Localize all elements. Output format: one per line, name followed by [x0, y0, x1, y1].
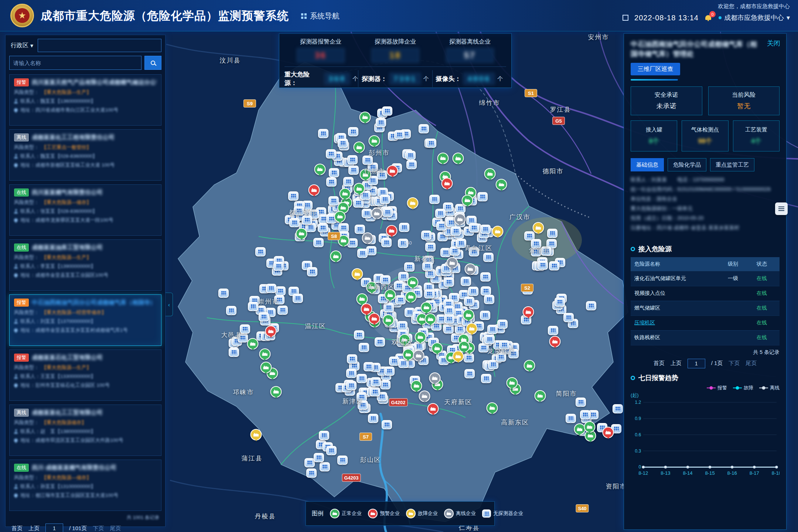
plant-3d-tour-button[interactable]: 三维厂区巡查 — [631, 63, 680, 75]
map-marker-no-detector[interactable] — [326, 177, 337, 187]
map-marker-alarm[interactable] — [549, 336, 561, 347]
map-marker-no-detector[interactable] — [425, 242, 436, 252]
search-input[interactable] — [9, 56, 141, 70]
map-marker-no-detector[interactable] — [326, 446, 337, 455]
map-marker-no-detector[interactable] — [338, 139, 348, 148]
trend-legend-item[interactable]: 离线 — [759, 385, 780, 391]
map-marker-no-detector[interactable] — [576, 398, 586, 407]
pagination-prev[interactable]: 上页 — [28, 525, 40, 532]
map-marker-no-detector[interactable] — [273, 262, 284, 271]
map-marker-offline[interactable] — [419, 391, 430, 402]
map-marker-no-detector[interactable] — [294, 206, 304, 215]
map-marker-no-detector[interactable] — [347, 354, 357, 364]
map-marker-normal[interactable] — [247, 338, 259, 349]
map-marker-no-detector[interactable] — [444, 277, 454, 287]
pagination-page-input[interactable] — [45, 524, 63, 532]
map-marker-no-detector[interactable] — [464, 369, 475, 378]
map-marker-no-detector[interactable] — [384, 366, 395, 376]
map-marker-fault[interactable] — [466, 323, 478, 334]
map-marker-no-detector[interactable] — [380, 380, 391, 389]
map-marker-no-detector[interactable] — [547, 229, 557, 238]
map-marker-no-detector[interactable] — [313, 238, 324, 247]
map-marker-alarm[interactable] — [386, 225, 398, 236]
map-marker-no-detector[interactable] — [362, 156, 373, 165]
map-marker-no-detector[interactable] — [480, 311, 490, 320]
map-marker-no-detector[interactable] — [357, 392, 367, 402]
map-marker-no-detector[interactable] — [480, 272, 491, 282]
map-marker-alarm[interactable] — [387, 165, 398, 177]
hazard-row[interactable]: 压缩机区在线 — [631, 316, 780, 330]
map-marker-normal[interactable] — [405, 291, 416, 303]
map-marker-normal[interactable] — [384, 289, 396, 301]
map-marker-normal[interactable] — [453, 153, 464, 164]
map-marker-no-detector[interactable] — [399, 223, 409, 232]
map-marker-no-detector[interactable] — [541, 246, 551, 256]
map-marker-no-detector[interactable] — [481, 374, 491, 383]
company-card[interactable]: 在线 四川·成都某某燃气有限责任公司 风险类型：【重大危险源—储存】 联系人：孙… — [9, 460, 161, 511]
company-card[interactable]: 报警 成都某某石化工贸有限公司 风险类型：【重大危险源—生产】 联系人：王某某【… — [9, 349, 161, 401]
map-marker-no-detector[interactable] — [318, 223, 328, 232]
map-marker-no-detector[interactable] — [469, 247, 479, 256]
map-marker-no-detector[interactable] — [451, 226, 461, 236]
map-marker-normal[interactable] — [354, 183, 365, 194]
map-marker-no-detector[interactable] — [255, 247, 266, 256]
map-marker-no-detector[interactable] — [389, 357, 399, 366]
map-marker-no-detector[interactable] — [348, 127, 358, 136]
map-marker-normal[interactable] — [415, 331, 426, 343]
map-marker-no-detector[interactable] — [368, 414, 378, 423]
map-marker-normal[interactable] — [366, 282, 378, 293]
map-marker-no-detector[interactable] — [566, 414, 576, 423]
map-marker-normal[interactable] — [270, 386, 282, 398]
map-marker-alarm[interactable] — [523, 306, 534, 318]
map-marker-no-detector[interactable] — [375, 337, 385, 347]
map-marker-no-detector[interactable] — [357, 374, 367, 383]
map-marker-no-detector[interactable] — [326, 149, 336, 158]
company-card[interactable]: 在线 四川某某燃气有限责任公司 风险类型：【重大危险源—储存】 联系人：张某某【… — [9, 184, 161, 236]
map-marker-alarm[interactable] — [265, 325, 277, 337]
map-marker-no-detector[interactable] — [382, 208, 393, 217]
map-marker-no-detector[interactable] — [380, 275, 391, 284]
map-marker-normal[interactable] — [360, 169, 371, 180]
map-marker-no-detector[interactable] — [481, 286, 491, 296]
map-marker-fault[interactable] — [492, 226, 504, 237]
map-marker-no-detector[interactable] — [464, 297, 474, 306]
map-marker-normal[interactable] — [496, 179, 507, 190]
map-marker-no-detector[interactable] — [229, 348, 239, 357]
map-marker-no-detector[interactable] — [484, 295, 494, 304]
map-marker-no-detector[interactable] — [424, 289, 434, 299]
map-marker-no-detector[interactable] — [376, 118, 386, 127]
map-marker-offline[interactable] — [464, 263, 476, 275]
map-marker-normal[interactable] — [369, 135, 380, 147]
map-marker-no-detector[interactable] — [469, 223, 479, 232]
map-marker-no-detector[interactable] — [346, 369, 357, 378]
map-marker-no-detector[interactable] — [405, 151, 416, 160]
map-marker-normal[interactable] — [407, 277, 419, 288]
sidebar-collapse-toggle[interactable]: ‹ — [166, 293, 173, 316]
map-marker-no-detector[interactable] — [362, 209, 372, 218]
map-marker-no-detector[interactable] — [398, 239, 408, 248]
map-marker-no-detector[interactable] — [499, 340, 509, 349]
trend-legend-item[interactable]: 故障 — [733, 385, 753, 391]
map-marker-no-detector[interactable] — [382, 106, 392, 116]
map-marker-no-detector[interactable] — [484, 335, 495, 344]
map-marker-normal[interactable] — [524, 360, 535, 371]
map-marker-normal[interactable] — [359, 112, 371, 123]
map-marker-normal[interactable] — [334, 211, 346, 222]
map-marker-no-detector[interactable] — [419, 124, 429, 133]
close-button[interactable]: 关闭 — [767, 39, 780, 48]
map-marker-normal[interactable] — [402, 349, 414, 360]
map-marker-no-detector[interactable] — [395, 295, 406, 304]
hazard-row[interactable]: 视频接入点位在线 — [631, 286, 780, 301]
company-card[interactable]: 离线 成都某某化工工程有限责任公司 风险类型：【工艺重点一般管控】 联系人：魏某… — [9, 129, 161, 181]
map-marker-no-detector[interactable] — [435, 209, 446, 218]
hz-pagination-next[interactable]: 下页 — [729, 360, 740, 367]
map-marker-fault[interactable] — [533, 222, 544, 233]
map-marker-no-detector[interactable] — [319, 431, 329, 440]
map-marker-alarm[interactable] — [603, 427, 614, 438]
map-marker-no-detector[interactable] — [444, 314, 454, 324]
map-marker-no-detector[interactable] — [366, 246, 376, 255]
map-marker-no-detector[interactable] — [586, 301, 596, 310]
tab-危险化学品[interactable]: 危险化学品 — [668, 158, 706, 171]
tab-基础信息[interactable]: 基础信息 — [631, 158, 664, 171]
map-marker-no-detector[interactable] — [337, 456, 348, 465]
